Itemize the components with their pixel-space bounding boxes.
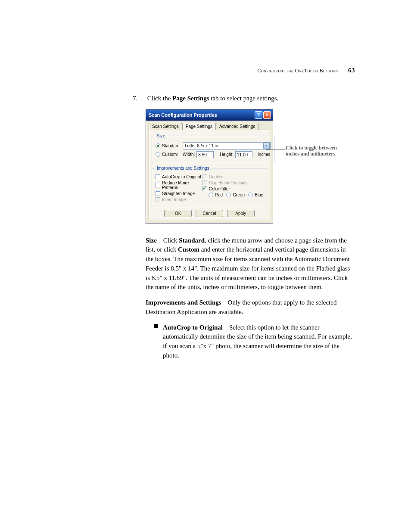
moire-checkbox[interactable] — [156, 183, 160, 187]
page-number: 63 — [348, 67, 355, 74]
header-prefix: Configuring the OneTouch Buttons — [257, 68, 338, 74]
straighten-label: Straighten Image — [162, 191, 195, 196]
skipblank-label: Skip Blank Originals — [209, 180, 247, 185]
size-legend: Size — [156, 134, 166, 138]
invert-label: Invert Image — [162, 197, 186, 202]
duplex-label: Duplex — [209, 174, 222, 179]
close-icon[interactable]: × — [263, 111, 271, 119]
red-label: Red — [215, 193, 223, 197]
help-icon[interactable]: ? — [255, 111, 262, 119]
blue-label: Blue — [255, 193, 263, 197]
custom-radio[interactable] — [156, 152, 160, 157]
skipblank-checkbox — [202, 180, 207, 185]
tab-scan-settings[interactable]: Scan Settings — [149, 123, 182, 130]
ok-button[interactable]: OK — [164, 210, 192, 217]
autocrop-label: AutoCrop to Original — [162, 174, 201, 179]
standard-label: Standard: — [162, 143, 183, 148]
improvements-group: Improvements and Settings AutoCrop to Or… — [152, 166, 267, 207]
tab-advanced-settings[interactable]: Advanced Settings — [216, 123, 258, 130]
colorfilter-label: Color Filter — [209, 187, 230, 191]
size-group: Size Standard: Letter 8 ½ x 11 in ▾ Cust… — [152, 134, 274, 163]
duplex-checkbox — [202, 174, 207, 179]
units-label[interactable]: Inches — [258, 152, 270, 157]
cancel-button[interactable]: Cancel — [196, 210, 223, 217]
colorfilter-checkbox[interactable] — [202, 187, 207, 191]
size-paragraph: Size—Click Standard, click the menu arro… — [146, 236, 355, 292]
dialog-title: Scan Configuration Properties — [149, 112, 217, 118]
straighten-checkbox[interactable] — [156, 191, 160, 196]
standard-radio[interactable] — [156, 143, 160, 148]
improvements-legend: Improvements and Settings — [156, 166, 211, 171]
width-field[interactable]: 8.50 — [196, 151, 214, 158]
green-label: Green — [233, 193, 245, 197]
callout-text: Click to toggle between inches and milli… — [286, 145, 346, 157]
step-7: 7. Click the Page Settings tab to select… — [146, 93, 355, 103]
callout-leader-line — [266, 149, 286, 149]
autocrop-bullet: AutoCrop to Original—Select this option … — [154, 323, 355, 361]
standard-size-combo[interactable]: Letter 8 ½ x 11 in ▾ — [183, 142, 271, 150]
apply-button[interactable]: Apply — [227, 210, 255, 217]
height-label: Height: — [220, 152, 234, 157]
tab-page-settings[interactable]: Page Settings — [182, 123, 216, 130]
tab-strip: Scan Settings Page Settings Advanced Set… — [149, 122, 270, 130]
moire-label: Reduce Moire Patterns — [162, 180, 202, 190]
bullet-marker-icon — [154, 324, 158, 328]
running-header: Configuring the OneTouch Buttons 63 — [146, 67, 355, 74]
red-radio[interactable] — [209, 193, 213, 197]
improvements-paragraph: Improvements and Settings—Only the optio… — [146, 298, 355, 317]
green-radio[interactable] — [226, 193, 231, 197]
height-field[interactable]: 11.00 — [235, 151, 252, 158]
invert-checkbox — [156, 197, 160, 202]
blue-radio[interactable] — [248, 193, 253, 197]
autocrop-checkbox[interactable] — [156, 174, 160, 179]
custom-label: Custom: — [162, 152, 183, 157]
width-label: Width: — [183, 152, 195, 157]
dialog-screenshot: Scan Configuration Properties ? × Scan S… — [146, 109, 355, 224]
titlebar: Scan Configuration Properties ? × — [146, 110, 273, 121]
scan-config-dialog: Scan Configuration Properties ? × Scan S… — [146, 109, 273, 224]
step-number: 7. — [133, 93, 146, 103]
chevron-down-icon[interactable]: ▾ — [263, 143, 270, 149]
